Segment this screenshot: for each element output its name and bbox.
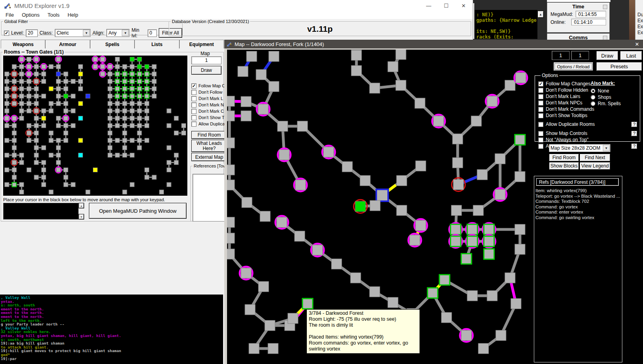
- clipped-text: Ex: [637, 30, 643, 36]
- checkbox[interactable]: [191, 121, 196, 127]
- checkbox[interactable]: [538, 94, 543, 99]
- terminal-line: its: NE,SW)}: [476, 29, 537, 34]
- close-button[interactable]: ✕: [455, 0, 472, 11]
- menu-help[interactable]: Help: [64, 11, 82, 19]
- draw-button[interactable]: Draw: [191, 66, 221, 75]
- chevron-down-icon[interactable]: ▼: [122, 30, 129, 36]
- draw-button[interactable]: Draw: [596, 51, 618, 60]
- room-tooltip: 3/784 - Darkwood ForestRoom Light: -75 (…: [306, 309, 420, 354]
- minimize-button[interactable]: —: [420, 0, 437, 11]
- ref-item: Teleport: go vortex --> Black Wasteland …: [535, 194, 621, 199]
- help-button[interactable]: ?: [631, 121, 637, 127]
- find-room-button[interactable]: Find Room: [549, 154, 579, 162]
- titlebar-fragment: [547, 0, 610, 2]
- show-blocks-button[interactable]: Show Blocks: [549, 162, 579, 170]
- rooms-legend: Rooms -- Town Gates (1/1): [3, 49, 65, 55]
- tab-spells[interactable]: Spells: [90, 40, 135, 48]
- checkbox[interactable]: [538, 88, 543, 93]
- menu-bar: FileOptionsToolsHelp: [0, 11, 473, 19]
- terminal-line: [476, 23, 537, 29]
- checkbox[interactable]: [538, 113, 543, 118]
- checkbox-label: Show Map Controls: [546, 131, 587, 136]
- menu-file[interactable]: File: [2, 11, 18, 19]
- tab-lists[interactable]: Lists: [135, 40, 179, 48]
- min-lvl-input[interactable]: 0: [148, 29, 157, 37]
- help-button[interactable]: ?: [631, 143, 637, 149]
- radio-button[interactable]: [591, 89, 595, 93]
- help-button[interactable]: ?: [631, 131, 637, 137]
- what-leads-here-button[interactable]: What Leads Here?: [191, 140, 225, 152]
- scroll-up-icon[interactable]: ▲: [79, 203, 84, 208]
- keypad-scrollbar[interactable]: ▲ ▼: [79, 203, 84, 220]
- checkbox-label: Don't Mark C: [198, 109, 224, 114]
- view-legend-button[interactable]: View Legend: [579, 162, 610, 170]
- option-checkbox-row: Allow Duplicate Rooms?: [538, 121, 637, 127]
- checkbox[interactable]: [538, 107, 543, 112]
- megamud-terminal[interactable]: , Valley Wallyntax.s: north, southement …: [0, 295, 223, 364]
- collapse-box-icon[interactable]: [603, 5, 607, 9]
- options-reload-button[interactable]: Options / Reload: [553, 62, 593, 71]
- tooltip-line: Room Light: -75 (75 illu over req to see…: [309, 316, 418, 322]
- checkbox[interactable]: ✓: [191, 83, 196, 89]
- align-select[interactable]: Any ▼: [106, 29, 129, 37]
- town-map-canvas[interactable]: [3, 56, 187, 196]
- map-number-input[interactable]: 1: [191, 56, 221, 64]
- menu-options[interactable]: Options: [18, 11, 44, 19]
- tab-armour[interactable]: Armour: [45, 40, 90, 48]
- background-mud-terminal: : NE)}gpaths: {Narrow Ledgeits: NE,SW)}r…: [475, 10, 537, 39]
- scroll-up-icon[interactable]: ▲: [537, 11, 544, 18]
- checkbox-label: Don't Show Tooltips: [546, 113, 587, 118]
- refs-list[interactable]: Item: whirling vortex(799)Teleport: go v…: [535, 188, 621, 221]
- main-titlebar[interactable]: MMUD Explorer v1.9 — ☐ ✕: [0, 0, 473, 11]
- close-icon[interactable]: ✕: [633, 40, 641, 48]
- find-room-button[interactable]: Find Room: [191, 131, 225, 139]
- align-label: Align:: [92, 30, 104, 36]
- radio-button[interactable]: [591, 95, 595, 100]
- checkbox[interactable]: [538, 100, 543, 106]
- keypad-focus-box[interactable]: [3, 203, 79, 220]
- checkbox[interactable]: [538, 137, 543, 143]
- scroll-down-icon[interactable]: ▼: [79, 214, 84, 220]
- checkbox[interactable]: [191, 109, 196, 114]
- map-size-select[interactable]: Map Size 28x28 ZOOM ▼: [549, 144, 610, 152]
- maximize-button[interactable]: ☐: [437, 0, 455, 11]
- find-next-button[interactable]: Find Next: [579, 154, 610, 162]
- checkbox[interactable]: [538, 144, 543, 149]
- class-select[interactable]: Cleric ▼: [55, 29, 90, 37]
- external-map-button[interactable]: External Map: [191, 153, 225, 161]
- tab-equipment[interactable]: Equipment: [179, 40, 224, 48]
- map-number-box-1[interactable]: 1: [552, 51, 570, 60]
- level-input[interactable]: 20: [26, 29, 37, 37]
- presets-button[interactable]: Presets: [596, 62, 642, 71]
- checkbox[interactable]: [538, 122, 543, 127]
- references-group: References [Tow: [191, 164, 225, 221]
- checkbox-label: Follow Map Changes: [546, 81, 591, 87]
- map-side-controls: Map 1 Draw ✓Follow Map CDon't FollowDon'…: [190, 50, 225, 221]
- checkbox[interactable]: ✓: [538, 81, 543, 87]
- checkbox[interactable]: [538, 131, 543, 136]
- chevron-down-icon[interactable]: ▼: [603, 145, 610, 151]
- checkbox[interactable]: [191, 102, 196, 108]
- chevron-down-icon[interactable]: ▼: [83, 30, 90, 36]
- clipped-text: Du: [637, 12, 643, 18]
- megamud-time-label: MegaMud:: [551, 12, 573, 17]
- also-mark-option-none: None: [591, 88, 638, 94]
- clipped-text: Ex: [637, 24, 643, 30]
- checkbox[interactable]: [191, 115, 196, 120]
- radio-button[interactable]: [591, 101, 595, 106]
- last-button[interactable]: Last: [620, 51, 642, 60]
- checkbox[interactable]: [191, 90, 196, 95]
- checkbox-label: Don't Follow: [198, 90, 222, 94]
- map-titlebar[interactable]: Map -- Darkwood Forest, Fork (1/1404) ✕: [224, 40, 643, 48]
- also-mark-option-rmspells: Rm. Spells: [591, 100, 638, 107]
- references-listbox[interactable]: [193, 174, 225, 221]
- online-time-value: 01:14:10: [571, 19, 606, 25]
- checkbox[interactable]: [191, 96, 196, 101]
- open-pathing-window-button[interactable]: Open MegaMUD Pathing Window: [89, 203, 187, 219]
- map-number-box-2[interactable]: 1: [571, 51, 589, 60]
- menu-tools[interactable]: Tools: [44, 11, 64, 19]
- radio-label: Rm. Spells: [598, 101, 621, 106]
- global-filter-checkbox[interactable]: ✓: [4, 31, 9, 36]
- ref-item: Command: go vortex: [535, 204, 621, 210]
- tab-weapons[interactable]: Weapons: [1, 40, 45, 48]
